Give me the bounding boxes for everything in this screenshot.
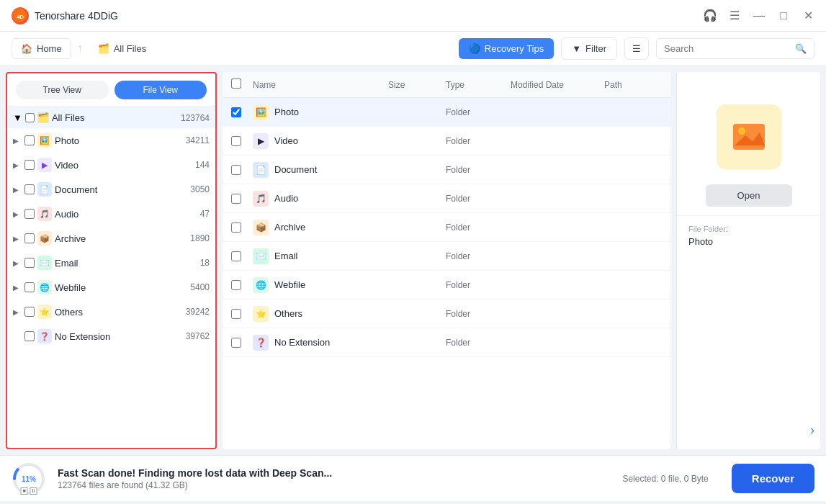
headphone-icon[interactable]: 🎧	[704, 9, 717, 22]
webfile-label: Webfile	[55, 282, 187, 293]
file-row[interactable]: 🎵 Audio Folder	[223, 184, 670, 213]
progress-circle: 11% ■ ⏸	[12, 462, 46, 496]
sidebar-item-video[interactable]: ▶ ▶ Video 144	[7, 153, 215, 177]
photo-count: 34211	[186, 135, 210, 145]
sidebar-item-email[interactable]: ▶ ✉️ Email 18	[7, 251, 215, 275]
search-box[interactable]: 🔍	[656, 38, 814, 59]
row-checkbox[interactable]	[231, 309, 241, 319]
row-checkbox[interactable]	[231, 338, 241, 348]
file-row[interactable]: 🌐 Webfile Folder	[223, 271, 670, 300]
all-files-checkbox[interactable]	[25, 113, 35, 122]
stop-button[interactable]: ■	[21, 487, 28, 495]
titlebar-controls: 🎧 ☰ — □ ✕	[704, 9, 814, 22]
filter-button[interactable]: ▼ Filter	[561, 37, 617, 60]
noext-count: 39762	[186, 331, 210, 341]
webfile-checkbox[interactable]	[24, 282, 35, 292]
archive-checkbox[interactable]	[24, 233, 35, 243]
row-checkbox[interactable]	[231, 165, 241, 175]
file-type: Folder	[446, 251, 511, 261]
expand-preview-button[interactable]: ›	[804, 417, 820, 444]
file-name: Video	[274, 135, 298, 146]
open-button[interactable]: Open	[706, 184, 792, 207]
recover-button[interactable]: Recover	[732, 464, 814, 493]
others-label: Others	[55, 307, 183, 318]
sidebar-item-webfile[interactable]: ▶ 🌐 Webfile 5400	[7, 275, 215, 300]
chevron-right-icon: ▶	[13, 284, 22, 292]
recovery-tips-button[interactable]: 🔵 Recovery Tips	[459, 38, 554, 59]
home-icon: 🏠	[21, 43, 32, 54]
search-input[interactable]	[664, 43, 791, 54]
file-type-icon: ⭐	[253, 306, 269, 322]
archive-count: 1890	[190, 233, 210, 243]
file-name: Audio	[274, 193, 298, 204]
file-rows-container: 🖼️ Photo Folder ▶ Video Folder 📄 Documen…	[223, 98, 670, 357]
video-checkbox[interactable]	[24, 160, 35, 170]
file-row[interactable]: 🖼️ Photo Folder	[223, 98, 670, 127]
minimize-button[interactable]: —	[753, 9, 766, 22]
file-type: Folder	[446, 165, 511, 175]
file-row[interactable]: ❓ No Extension Folder	[223, 328, 670, 357]
view-toggle-button[interactable]: ☰	[624, 37, 649, 60]
preview-meta: File Folder: Photo	[677, 215, 820, 256]
file-row[interactable]: ⭐ Others Folder	[223, 300, 670, 328]
tree-view-button[interactable]: Tree View	[16, 81, 109, 99]
pause-button[interactable]: ⏸	[30, 487, 37, 495]
scan-subtitle: 123764 files are found (41.32 GB)	[58, 480, 611, 490]
file-type-icon: 🌐	[253, 277, 269, 293]
header-check	[231, 78, 253, 91]
file-row[interactable]: 📄 Document Folder	[223, 156, 670, 184]
video-icon: ▶	[37, 158, 52, 172]
chevron-up-icon: ↑	[77, 41, 84, 55]
file-row[interactable]: ▶ Video Folder	[223, 127, 670, 156]
file-name: Webfile	[274, 279, 305, 290]
sidebar-item-others[interactable]: ▶ ⭐ Others 39242	[7, 300, 215, 324]
home-button[interactable]: 🏠 Home	[12, 38, 71, 59]
allfiles-icon: 🗂️	[98, 43, 109, 54]
photo-checkbox[interactable]	[24, 135, 35, 145]
video-label: Video	[55, 160, 192, 171]
sidebar-item-document[interactable]: ▶ 📄 Document 3050	[7, 177, 215, 202]
document-checkbox[interactable]	[24, 184, 35, 194]
chevron-right-icon: ▶	[13, 186, 22, 194]
select-all-checkbox[interactable]	[231, 78, 241, 89]
photo-icon: 🖼️	[37, 133, 52, 148]
chevron-right-icon: ▶	[13, 235, 22, 243]
sidebar-item-all-files[interactable]: ▼ 🗂️ All Files 123764	[7, 107, 215, 128]
row-checkbox[interactable]	[231, 280, 241, 290]
file-name: No Extension	[274, 337, 330, 348]
search-icon: 🔍	[795, 43, 807, 54]
file-row[interactable]: ✉️ Email Folder	[223, 242, 670, 271]
noext-icon: ❓	[37, 329, 52, 343]
row-checkbox[interactable]	[231, 107, 241, 117]
allfiles-breadcrumb[interactable]: 🗂️ All Files	[89, 39, 156, 58]
file-name-value: Photo	[688, 236, 809, 247]
row-checkbox[interactable]	[231, 222, 241, 233]
view-toggle: Tree View File View	[7, 73, 215, 107]
audio-checkbox[interactable]	[24, 209, 35, 219]
all-files-label: All Files	[52, 112, 178, 123]
noext-checkbox[interactable]	[24, 331, 35, 341]
document-count: 3050	[190, 184, 210, 194]
email-checkbox[interactable]	[24, 258, 35, 268]
row-checkbox[interactable]	[231, 251, 241, 261]
sidebar-item-audio[interactable]: ▶ 🎵 Audio 47	[7, 202, 215, 226]
header-modified-date: Modified Date	[511, 80, 604, 90]
close-button[interactable]: ✕	[802, 9, 814, 22]
email-count: 18	[200, 258, 210, 268]
sidebar-item-archive[interactable]: ▶ 📦 Archive 1890	[7, 226, 215, 251]
email-label: Email	[55, 258, 197, 269]
maximize-button[interactable]: □	[777, 9, 790, 22]
header-path: Path	[604, 80, 662, 90]
file-view-button[interactable]: File View	[115, 81, 207, 99]
header-size: Size	[388, 80, 446, 90]
row-checkbox[interactable]	[231, 194, 241, 204]
menu-icon[interactable]: ☰	[728, 9, 741, 22]
noext-label: No Extension	[55, 331, 183, 342]
sidebar-item-photo[interactable]: ▶ 🖼️ Photo 34211	[7, 128, 215, 153]
sidebar-item-noextension[interactable]: ❓ No Extension 39762	[7, 324, 215, 348]
progress-percent: 11%	[22, 474, 36, 482]
preview-panel: Open File Folder: Photo ›	[676, 72, 820, 449]
others-checkbox[interactable]	[24, 307, 35, 317]
file-row[interactable]: 📦 Archive Folder	[223, 213, 670, 242]
row-checkbox[interactable]	[231, 136, 241, 146]
